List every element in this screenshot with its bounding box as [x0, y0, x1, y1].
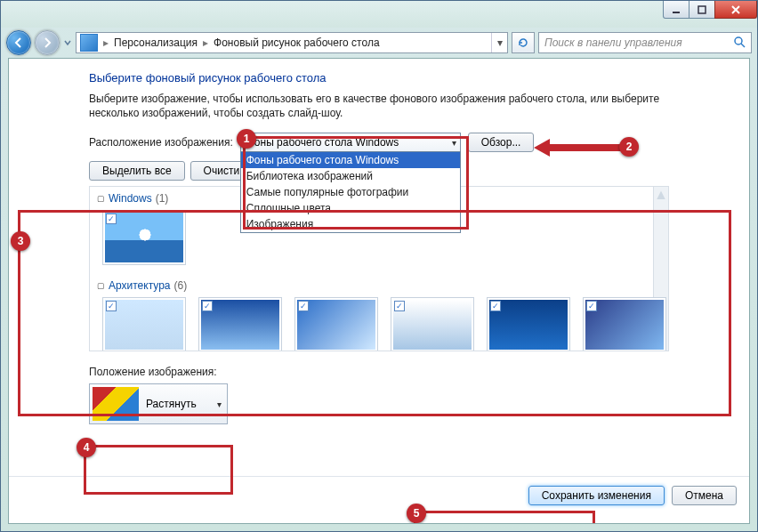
- collapse-icon: ▢: [97, 281, 105, 290]
- thumb-checkbox[interactable]: ✓: [202, 301, 213, 311]
- nav-bar: ▸ Персонализация ▸ Фоновый рисунок рабоч…: [1, 28, 757, 58]
- client-area: Выберите фоновый рисунок рабочего стола …: [8, 58, 750, 524]
- wallpaper-thumb[interactable]: ✓: [102, 297, 186, 351]
- page-heading: Выберите фоновый рисунок рабочего стола: [89, 71, 669, 85]
- annotation-callout: 1: [237, 129, 256, 149]
- breadcrumb-sep-icon: ▸: [201, 36, 210, 49]
- bottom-bar: Сохранить изменения Отмена: [9, 476, 749, 514]
- position-picker[interactable]: Растянуть: [89, 383, 228, 424]
- svg-point-2: [735, 37, 742, 44]
- location-combo-list: Фоны рабочего стола Windows Библиотека и…: [240, 151, 461, 233]
- group-count: (6): [174, 279, 188, 292]
- forward-button[interactable]: [35, 30, 60, 55]
- address-bar[interactable]: ▸ Персонализация ▸ Фоновый рисунок рабоч…: [76, 32, 508, 53]
- wallpaper-thumb[interactable]: ✓: [294, 297, 378, 351]
- close-button[interactable]: [714, 1, 757, 19]
- wallpaper-thumb[interactable]: ✓: [487, 297, 570, 351]
- combo-option[interactable]: Сплошные цвета: [241, 200, 460, 216]
- collapse-icon: ▢: [97, 194, 105, 203]
- position-preview-icon: [93, 387, 139, 421]
- annotation-callout: 5: [407, 504, 426, 523]
- annotation-callout: 3: [11, 231, 30, 251]
- group-name: Архитектура: [109, 279, 171, 292]
- refresh-button[interactable]: [512, 32, 535, 53]
- wallpaper-thumb[interactable]: ✓: [198, 297, 282, 351]
- search-placeholder: Поиск в панели управления: [544, 36, 682, 49]
- wallpaper-thumb[interactable]: ✓: [391, 297, 474, 351]
- wallpaper-thumb[interactable]: ✓: [102, 210, 186, 265]
- position-value: Растянуть: [146, 398, 197, 410]
- page-description: Выберите изображение, чтобы использовать…: [89, 92, 669, 120]
- history-dropdown-icon[interactable]: [63, 35, 72, 51]
- svg-rect-1: [698, 6, 706, 13]
- breadcrumb-background[interactable]: Фоновый рисунок рабочего стола: [210, 36, 383, 49]
- save-button[interactable]: Сохранить изменения: [528, 486, 665, 505]
- combo-option[interactable]: Изображения: [241, 216, 460, 232]
- annotation-arrow: [534, 139, 623, 157]
- cancel-button[interactable]: Отмена: [672, 486, 737, 505]
- thumb-checkbox[interactable]: ✓: [394, 301, 405, 311]
- location-combo[interactable]: Фоны рабочего стола Windows Фоны рабочег…: [240, 133, 461, 152]
- maximize-button[interactable]: [689, 1, 715, 19]
- wallpaper-thumb[interactable]: ✓: [583, 297, 666, 351]
- location-combo-field[interactable]: Фоны рабочего стола Windows: [240, 133, 461, 152]
- thumb-checkbox[interactable]: ✓: [490, 301, 501, 311]
- window: ▸ Персонализация ▸ Фоновый рисунок рабоч…: [0, 0, 758, 532]
- minimize-button[interactable]: [663, 1, 689, 19]
- location-label: Расположение изображения:: [89, 136, 233, 149]
- browse-button[interactable]: Обзор...: [468, 133, 535, 152]
- combo-option[interactable]: Фоны рабочего стола Windows: [241, 152, 460, 168]
- search-input[interactable]: Поиск в панели управления: [538, 32, 752, 53]
- thumb-checkbox[interactable]: ✓: [106, 301, 117, 311]
- thumb-checkbox[interactable]: ✓: [298, 301, 309, 311]
- combo-option[interactable]: Библиотека изображений: [241, 168, 460, 184]
- combo-option[interactable]: Самые популярные фотографии: [241, 184, 460, 200]
- control-panel-icon: [80, 34, 98, 52]
- breadcrumb-personalization[interactable]: Персонализация: [110, 36, 201, 49]
- breadcrumb-sep-icon: ▸: [101, 36, 110, 49]
- svg-rect-0: [673, 12, 680, 13]
- position-label: Положение изображения:: [89, 366, 669, 378]
- search-icon[interactable]: [733, 36, 746, 51]
- group-count: (1): [156, 192, 169, 205]
- svg-line-3: [741, 44, 745, 47]
- annotation-callout: 4: [77, 438, 96, 457]
- annotation-callout: 2: [619, 137, 639, 157]
- address-dropdown-icon[interactable]: ▾: [491, 33, 507, 52]
- thumb-checkbox[interactable]: ✓: [586, 301, 597, 311]
- back-button[interactable]: [6, 30, 31, 55]
- group-name: Windows: [109, 192, 152, 205]
- select-all-button[interactable]: Выделить все: [89, 161, 185, 181]
- group-header-architecture[interactable]: ▢ Архитектура (6): [90, 274, 668, 297]
- titlebar: [1, 1, 757, 28]
- thumb-checkbox[interactable]: ✓: [106, 214, 117, 224]
